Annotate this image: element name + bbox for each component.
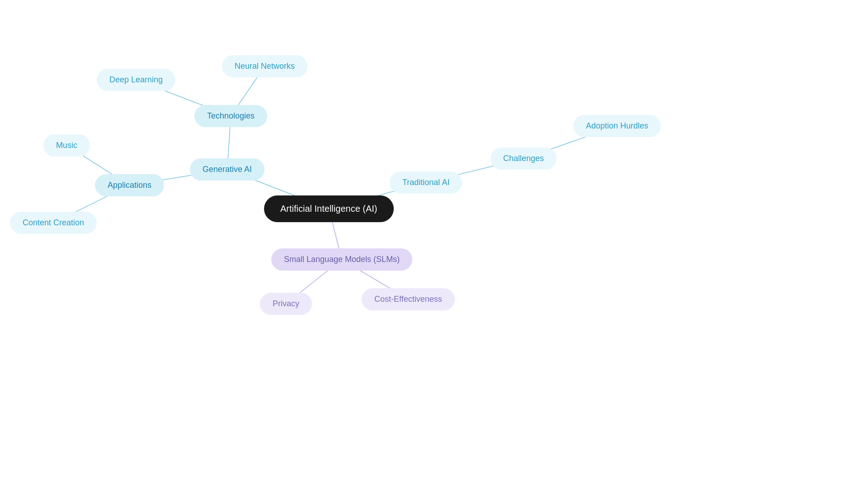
content-creation-label: Content Creation — [23, 218, 84, 228]
technologies-label: Technologies — [207, 111, 255, 121]
challenges-label: Challenges — [503, 154, 544, 163]
neural-networks-label: Neural Networks — [235, 62, 295, 71]
slm-label: Small Language Models (SLMs) — [284, 255, 400, 264]
generative-ai-node[interactable]: Generative AI — [190, 158, 264, 181]
deep-learning-node[interactable]: Deep Learning — [97, 69, 175, 91]
slm-node[interactable]: Small Language Models (SLMs) — [271, 248, 412, 271]
technologies-node[interactable]: Technologies — [194, 105, 267, 127]
adoption-hurdles-node[interactable]: Adoption Hurdles — [573, 115, 661, 137]
deep-learning-label: Deep Learning — [109, 75, 163, 85]
applications-label: Applications — [108, 181, 151, 190]
music-label: Music — [56, 141, 77, 150]
adoption-hurdles-label: Adoption Hurdles — [586, 121, 648, 131]
generative-ai-label: Generative AI — [203, 165, 252, 174]
cost-effectiveness-label: Cost-Effectiveness — [374, 295, 442, 304]
traditional-ai-node[interactable]: Traditional AI — [390, 171, 462, 194]
privacy-label: Privacy — [273, 299, 299, 309]
center-node[interactable]: Artificial Intelligence (AI) — [264, 195, 394, 222]
challenges-node[interactable]: Challenges — [491, 147, 557, 170]
cost-effectiveness-node[interactable]: Cost-Effectiveness — [362, 288, 455, 310]
music-node[interactable]: Music — [43, 134, 90, 157]
traditional-ai-label: Traditional AI — [402, 178, 449, 187]
neural-networks-node[interactable]: Neural Networks — [222, 55, 307, 77]
content-creation-node[interactable]: Content Creation — [10, 212, 97, 234]
center-label: Artificial Intelligence (AI) — [280, 204, 377, 214]
applications-node[interactable]: Applications — [95, 174, 164, 196]
privacy-node[interactable]: Privacy — [260, 293, 312, 315]
